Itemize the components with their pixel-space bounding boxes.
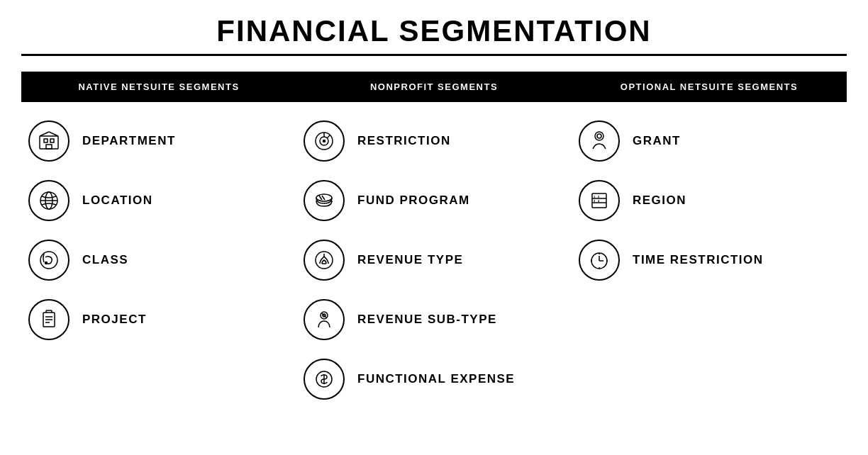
svg-rect-0 (40, 136, 58, 149)
restriction-label: RESTRICTION (357, 134, 451, 148)
svg-point-31 (595, 132, 603, 140)
list-item: DEPARTMENT (21, 115, 296, 167)
list-item: TIME RESTRICTION (572, 234, 847, 286)
revenue-type-label: REVENUE TYPE (357, 253, 463, 267)
revenue-type-icon (304, 240, 345, 281)
class-label: CLASS (82, 253, 128, 267)
column-header-nonprofit: NONPROFIT SEGMENTS (296, 72, 572, 102)
time-restriction-label: TIME RESTRICTION (633, 253, 764, 267)
svg-line-21 (319, 196, 322, 200)
grant-label: GRANT (633, 134, 681, 148)
list-item: CLASS (21, 234, 296, 286)
svg-point-20 (316, 194, 332, 201)
project-icon (28, 299, 69, 340)
list-item: FUND PROGRAM (296, 174, 572, 227)
list-item: RESTRICTION (296, 115, 572, 167)
column-optional: OPTIONAL NETSUITE SEGMENTS GRANT 1 2 (572, 72, 847, 412)
department-icon (28, 120, 69, 162)
svg-rect-2 (50, 139, 54, 142)
region-icon: 1 2 3 4 (579, 180, 620, 221)
revenue-sub-type-icon (304, 299, 345, 340)
svg-line-4 (40, 132, 49, 136)
restriction-icon (304, 120, 345, 162)
list-item: 1 2 3 4 REGION (572, 174, 847, 227)
functional-expense-icon (304, 359, 345, 400)
title-divider (21, 54, 847, 56)
svg-line-5 (49, 132, 58, 136)
svg-line-22 (322, 196, 325, 200)
list-item: REVENUE TYPE (296, 234, 572, 286)
revenue-sub-type-label: REVENUE SUB-TYPE (357, 313, 497, 327)
list-item: REVENUE SUB-TYPE (296, 293, 572, 346)
class-icon (28, 240, 69, 281)
column-nonprofit: NONPROFIT SEGMENTS RESTRICTION (296, 72, 572, 412)
list-item: LOCATION (21, 174, 296, 227)
svg-rect-1 (44, 139, 48, 142)
list-item: FUNCTIONAL EXPENSE (296, 353, 572, 405)
region-label: REGION (633, 193, 686, 208)
location-label: LOCATION (82, 193, 153, 208)
svg-point-17 (323, 140, 326, 142)
page-title: FINANCIAL SEGMENTATION (216, 14, 651, 48)
column-native: NATIVE NETSUITE SEGMENTS DEPARTMENT (21, 72, 296, 412)
department-label: DEPARTMENT (82, 134, 176, 148)
location-icon (28, 180, 69, 221)
svg-point-10 (45, 262, 48, 264)
svg-rect-3 (46, 145, 52, 149)
time-restriction-icon (579, 240, 620, 281)
svg-point-32 (597, 134, 601, 138)
columns-container: NATIVE NETSUITE SEGMENTS DEPARTMENT (21, 72, 847, 412)
grant-icon (579, 120, 620, 162)
list-item: GRANT (572, 115, 847, 167)
fund-program-label: FUND PROGRAM (357, 193, 470, 208)
project-label: PROJECT (82, 313, 147, 327)
column-header-optional: OPTIONAL NETSUITE SEGMENTS (572, 72, 847, 102)
functional-expense-label: FUNCTIONAL EXPENSE (357, 372, 515, 386)
fund-program-icon (304, 180, 345, 221)
list-item: PROJECT (21, 293, 296, 346)
column-header-native: NATIVE NETSUITE SEGMENTS (21, 72, 296, 102)
svg-line-19 (327, 135, 330, 138)
